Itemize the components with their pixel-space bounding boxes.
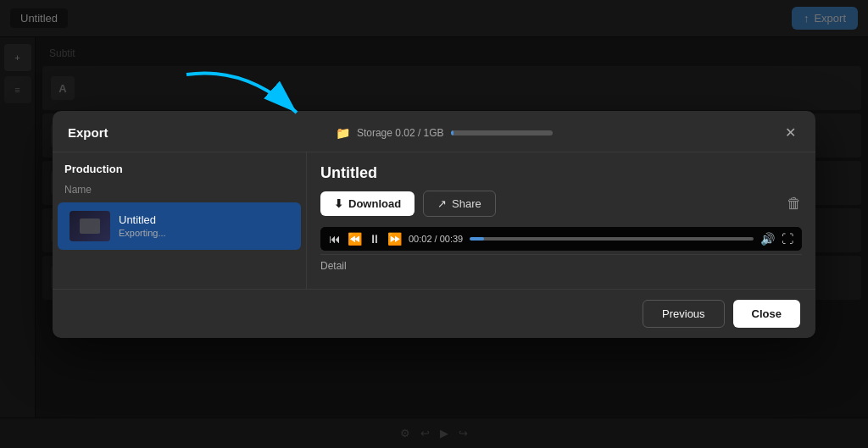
- production-thumbnail: [70, 211, 110, 241]
- volume-icon[interactable]: 🔊: [760, 232, 775, 246]
- production-status: Exporting...: [119, 228, 166, 238]
- forward-icon[interactable]: ⏩: [387, 232, 402, 246]
- folder-icon: 📁: [336, 126, 350, 140]
- preview-actions: ⬇ Download ↗ Share 🗑: [320, 191, 802, 217]
- close-button[interactable]: Close: [733, 300, 800, 328]
- share-icon: ↗: [437, 197, 447, 210]
- download-button[interactable]: ⬇ Download: [320, 191, 415, 216]
- video-bg: This is the Sony 11mm f1.8 and I am tell…: [320, 227, 802, 251]
- preview-title: Untitled: [320, 164, 802, 182]
- production-panel: Production Name Untitled Exporting...: [53, 152, 307, 289]
- modal-close-button[interactable]: ✕: [780, 123, 800, 143]
- modal-title: Export: [68, 125, 108, 140]
- modal-header: Export 📁 Storage 0.02 / 1GB ✕: [53, 111, 815, 152]
- modal-footer: Previous Close: [53, 289, 815, 338]
- back-icon[interactable]: ⏪: [348, 232, 362, 246]
- modal-body: Production Name Untitled Exporting...: [53, 152, 815, 289]
- production-info: Untitled Exporting...: [119, 213, 166, 238]
- delete-button[interactable]: 🗑: [787, 195, 802, 213]
- play-pause-icon[interactable]: ⏸: [369, 232, 381, 246]
- progress-bar[interactable]: [470, 237, 754, 241]
- production-name: Untitled: [119, 213, 166, 226]
- preview-panel: Untitled ⬇ Download ↗ Share 🗑: [307, 152, 815, 289]
- video-player[interactable]: This is the Sony 11mm f1.8 and I am tell…: [320, 227, 802, 251]
- progress-bar-fill: [470, 237, 484, 241]
- previous-button[interactable]: Previous: [643, 300, 725, 328]
- storage-text: Storage 0.02 / 1GB: [357, 127, 444, 139]
- storage-bar: [451, 130, 553, 136]
- thumb-figure: [80, 218, 100, 234]
- production-panel-title: Production: [53, 152, 306, 180]
- storage-info: 📁 Storage 0.02 / 1GB: [336, 126, 553, 140]
- download-icon: ⬇: [334, 197, 343, 210]
- modal-overlay: Export 📁 Storage 0.02 / 1GB ✕ Production…: [0, 0, 868, 448]
- detail-tab[interactable]: Detail: [320, 254, 802, 277]
- export-modal: Export 📁 Storage 0.02 / 1GB ✕ Production…: [53, 111, 815, 338]
- share-button[interactable]: ↗ Share: [423, 191, 496, 217]
- fullscreen-icon[interactable]: ⛶: [782, 232, 793, 246]
- video-controls[interactable]: ⏮ ⏪ ⏸ ⏩ 00:02 / 00:39 🔊 ⛶: [320, 227, 802, 251]
- time-display: 00:02 / 00:39: [409, 234, 463, 244]
- storage-bar-fill: [451, 130, 454, 136]
- production-item-untitled[interactable]: Untitled Exporting...: [58, 202, 301, 250]
- rewind-icon[interactable]: ⏮: [329, 232, 341, 246]
- production-col-header: Name: [53, 180, 306, 202]
